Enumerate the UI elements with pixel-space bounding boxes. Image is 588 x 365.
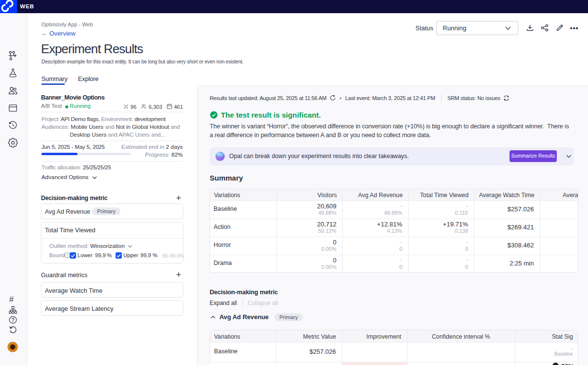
- svg-text:?: ?: [66, 253, 68, 258]
